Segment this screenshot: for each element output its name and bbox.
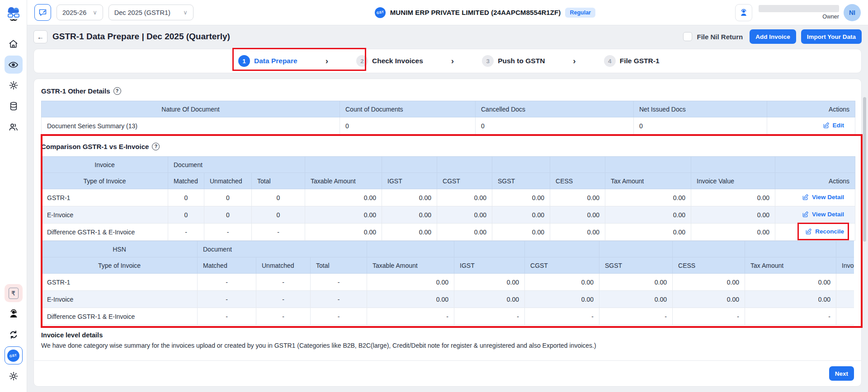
table-header-row: Nature Of Document Count of Documents Ca…: [42, 101, 855, 117]
main-content-card: GSTR-1 Other Details ? Nature Of Documen…: [33, 79, 862, 387]
import-your-data-button[interactable]: Import Your Data: [801, 29, 862, 44]
company-selector[interactable]: GST MUNIM ERP PRIVATE LIMITED (24AAPCM85…: [375, 7, 595, 18]
user-name-redacted: [759, 5, 839, 12]
registration-type-badge: Regular: [565, 8, 595, 18]
help-icon[interactable]: ?: [152, 143, 160, 150]
company-name: MUNIM ERP PRIVATE LIMITED (24AAPCM8554R1…: [390, 9, 561, 16]
back-button[interactable]: ←: [33, 30, 47, 43]
sidebar-item-support[interactable]: [5, 305, 23, 323]
step-chevron-icon: ›: [573, 56, 576, 66]
page-title: GSTR-1 Data Prepare | Dec 2025 (Quarterl…: [52, 32, 230, 42]
other-details-table: Nature Of Document Count of Documents Ca…: [41, 101, 855, 135]
next-button[interactable]: Next: [829, 366, 854, 381]
document-series-row: Document Series Summary (13) 0 0 0 Edit: [42, 117, 855, 135]
topbar: 2025-26 ∨ Dec 2025 (GSTR1) ∨ GST MUNIM E…: [27, 0, 868, 25]
user-avatar[interactable]: NI: [844, 4, 861, 21]
return-period-dropdown[interactable]: Dec 2025 (GSTR1) ∨: [108, 5, 193, 20]
column-header-row: Type of Invoice Matched Unmatched Total …: [42, 173, 855, 189]
file-nil-return-checkbox[interactable]: [683, 32, 692, 41]
page-header: ← GSTR-1 Data Prepare | Dec 2025 (Quarte…: [33, 25, 862, 48]
invoice-level-details-description: We have done category wise summary for t…: [41, 342, 854, 349]
feedback-button[interactable]: [34, 4, 51, 21]
step-data-prepare[interactable]: 1 Data Prepare: [238, 55, 297, 67]
sidebar-item-preferences[interactable]: [5, 367, 23, 385]
home-icon: [8, 39, 19, 49]
owner-role-label: Owner: [822, 14, 839, 20]
step-check-invoices[interactable]: 2 Check Invoices: [356, 55, 423, 67]
view-detail-link[interactable]: View Detail: [802, 194, 844, 201]
difference-row: Difference GSTR-1 & E-Invoice - - - 0.00…: [42, 224, 855, 241]
chevron-down-icon: ∨: [93, 9, 97, 16]
step-push-to-gstn[interactable]: 3 Push to GSTN: [482, 55, 545, 67]
sidebar-item-users[interactable]: [5, 118, 23, 136]
sidebar-item-settings[interactable]: [5, 76, 23, 94]
database-icon: [9, 101, 19, 111]
hsn-table-clip: HSN Document Type of Invoice Matched Unm…: [41, 241, 854, 325]
sidebar-item-data[interactable]: [5, 97, 23, 115]
gear-icon: [9, 371, 19, 381]
card-body: GSTR-1 Other Details ? Nature Of Documen…: [34, 79, 861, 361]
invoice-comparison-table: Invoice Document Type of Invoice Matched…: [41, 156, 855, 241]
sidebar-item-home[interactable]: [5, 35, 23, 53]
rupee-icon: ₹: [9, 288, 19, 299]
sidebar: ₹ GST: [0, 0, 27, 392]
gst-logo-icon: GST: [375, 7, 386, 18]
gstr1-data-prepare-page: ₹ GST 2025-26 ∨ Dec 2025 (GSTR1) ∨ GST M: [0, 0, 868, 392]
gstr1-row: GSTR-1 0 0 0 0.00 0.00 0.00 0.00 0.00 0.…: [42, 189, 855, 206]
user-info: Owner: [759, 5, 839, 20]
gstr1-row: GSTR-1 - - - 0.00 0.00 0.00 0.00 0.00 0.…: [42, 274, 854, 291]
sidebar-item-returns[interactable]: [5, 56, 23, 74]
step-chevron-icon: ›: [451, 56, 454, 66]
feedback-message-icon: [38, 8, 47, 17]
eye-icon: [8, 60, 19, 70]
file-nil-return-label: File Nil Return: [697, 33, 743, 41]
einvoice-row: E-Invoice 0 0 0 0.00 0.00 0.00 0.00 0.00…: [42, 206, 855, 224]
help-icon[interactable]: ?: [113, 87, 121, 95]
difference-row: Difference GSTR-1 & E-Invoice - - - - - …: [42, 308, 854, 325]
chevron-down-icon: ∨: [183, 9, 188, 16]
reconcile-link[interactable]: Reconcile: [805, 228, 844, 235]
column-header-row: Type of Invoice Matched Unmatched Total …: [42, 257, 854, 274]
hsn-comparison-table: HSN Document Type of Invoice Matched Unm…: [41, 241, 854, 325]
sidebar-item-gst[interactable]: GST: [5, 346, 23, 364]
step-file-gstr1[interactable]: 4 File GSTR-1: [604, 55, 660, 67]
back-arrow-icon: ←: [37, 33, 44, 41]
view-detail-link[interactable]: View Detail: [802, 211, 844, 218]
card-footer: Next: [34, 361, 861, 386]
group-header-row: HSN Document: [42, 241, 854, 257]
support-person-icon: [8, 308, 19, 319]
step-chevron-icon: ›: [326, 56, 328, 66]
vertical-scrollbar[interactable]: [863, 97, 866, 242]
einvoice-row: E-Invoice - - - 0.00 0.00 0.00 0.00 0.00…: [42, 291, 854, 308]
add-invoice-button[interactable]: Add Invoice: [750, 29, 796, 44]
stepper: 1 Data Prepare › 2 Check Invoices › 3 Pu…: [33, 49, 862, 73]
headset-person-icon: [739, 8, 749, 18]
other-details-section-title: GSTR-1 Other Details ?: [41, 86, 854, 95]
sync-icon: [9, 330, 19, 340]
invoice-level-details-title: Invoice level details: [41, 331, 854, 339]
group-header-row: Invoice Document: [42, 157, 855, 173]
sidebar-item-billing[interactable]: ₹: [5, 284, 23, 302]
gear-icon: [9, 80, 19, 90]
munim-logo-icon[interactable]: [4, 4, 23, 25]
fiscal-year-dropdown[interactable]: 2025-26 ∨: [57, 5, 103, 20]
support-button[interactable]: [735, 4, 752, 21]
sidebar-item-sync[interactable]: [5, 326, 23, 344]
edit-link[interactable]: Edit: [823, 122, 844, 129]
comparison-section-title: Comparison GSTR-1 vs E-Invoice ?: [41, 142, 854, 151]
gst-badge-icon: GST: [7, 350, 19, 362]
users-icon: [8, 122, 19, 132]
